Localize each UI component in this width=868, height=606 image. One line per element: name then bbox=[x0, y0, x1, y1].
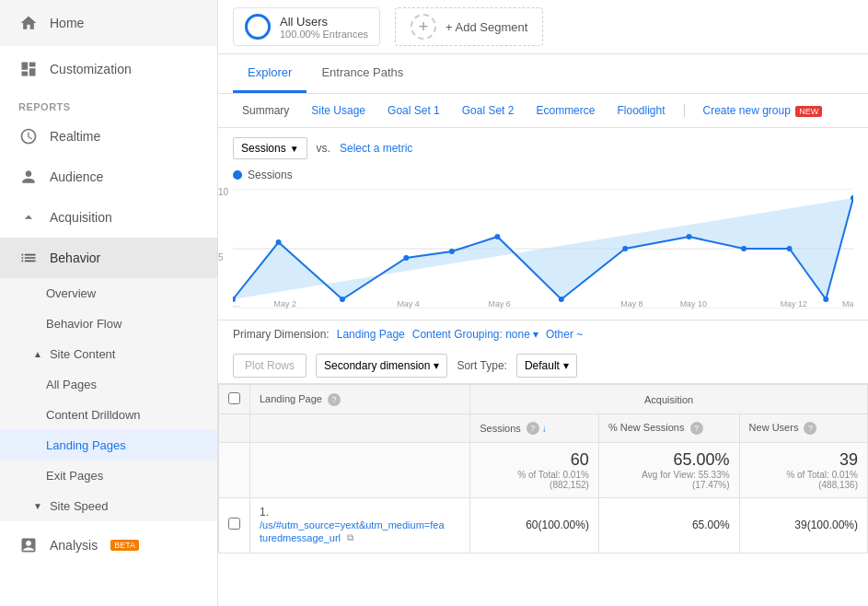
subtab-site-usage[interactable]: Site Usage bbox=[302, 99, 375, 122]
row-number: 1. bbox=[260, 506, 269, 519]
chart-legend: Sessions bbox=[218, 169, 868, 185]
sidebar-item-analysis[interactable]: Analysis BETA bbox=[0, 525, 217, 565]
secondary-dimension-dropdown[interactable]: Secondary dimension ▾ bbox=[316, 354, 447, 378]
svg-point-10 bbox=[559, 297, 564, 302]
row-new-users-cell: 39(100.00%) bbox=[739, 498, 867, 554]
sessions-sort[interactable]: Sessions ? ↓ bbox=[480, 422, 547, 435]
svg-text:May 4: May 4 bbox=[397, 299, 419, 309]
sort-type-label: Sort Type: bbox=[457, 359, 506, 372]
svg-point-5 bbox=[276, 239, 282, 245]
copy-link-icon[interactable]: ⧉ bbox=[347, 532, 360, 545]
add-segment-button[interactable]: + + Add Segment bbox=[395, 7, 543, 46]
svg-point-12 bbox=[687, 234, 692, 239]
tab-explorer[interactable]: Explorer bbox=[233, 54, 307, 93]
sidebar-item-site-speed[interactable]: ▼ Site Speed bbox=[0, 491, 217, 521]
subtab-summary[interactable]: Summary bbox=[233, 99, 298, 122]
landing-page-help-icon[interactable]: ? bbox=[328, 393, 341, 406]
row-new-sessions-cell: 65.00% bbox=[598, 498, 739, 554]
segment-percent: 100.00% Entrances bbox=[280, 29, 368, 40]
toolbar: Plot Rows Secondary dimension ▾ Sort Typ… bbox=[218, 348, 868, 384]
row-checkbox-cell[interactable] bbox=[219, 498, 250, 554]
segment-name: All Users bbox=[280, 15, 368, 29]
sidebar-audience-label: Audience bbox=[50, 169, 103, 184]
sidebar-item-audience[interactable]: Audience bbox=[0, 157, 217, 197]
sidebar-analysis-label: Analysis bbox=[50, 538, 98, 553]
sidebar-realtime-label: Realtime bbox=[50, 129, 100, 144]
dropdown-arrow-icon: ▼ bbox=[290, 144, 299, 154]
landing-page-col-header bbox=[250, 414, 470, 443]
svg-text:May: May bbox=[842, 299, 853, 309]
sidebar-acquisition-label: Acquisition bbox=[50, 210, 112, 225]
sidebar-item-landing-pages[interactable]: Landing Pages bbox=[0, 430, 217, 460]
subtab-goal-set-2[interactable]: Goal Set 2 bbox=[453, 99, 524, 122]
svg-point-11 bbox=[622, 246, 628, 251]
table-row: 1. /us/#utm_source=yext&utm_medium=featu… bbox=[219, 498, 868, 554]
sidebar-item-content-drilldown[interactable]: Content Drilldown bbox=[0, 400, 217, 430]
checkbox-header bbox=[219, 385, 250, 414]
landing-page-dimension-link[interactable]: Landing Page bbox=[337, 328, 405, 341]
metric-selector: Sessions ▼ vs. Select a metric bbox=[218, 128, 868, 169]
total-sessions-cell: 60 % of Total: 0.01% (882,152) bbox=[470, 443, 599, 498]
home-icon bbox=[18, 13, 39, 33]
row-checkbox[interactable] bbox=[228, 518, 240, 530]
reports-label: REPORTS bbox=[0, 92, 217, 116]
svg-text:...: ... bbox=[233, 299, 239, 309]
new-sessions-col-header: % New Sessions ? bbox=[598, 414, 739, 443]
analysis-icon bbox=[18, 535, 39, 555]
subtab-ecommerce[interactable]: Ecommerce bbox=[527, 99, 604, 122]
content-grouping-arrow-icon: ▾ bbox=[533, 328, 538, 341]
svg-text:May 8: May 8 bbox=[620, 299, 642, 309]
metric-dropdown[interactable]: Sessions ▼ bbox=[233, 137, 307, 159]
plot-rows-button[interactable]: Plot Rows bbox=[233, 354, 307, 378]
svg-point-14 bbox=[787, 246, 793, 251]
landing-page-header: Landing Page ? bbox=[250, 385, 470, 414]
sidebar-customization-label: Customization bbox=[50, 62, 132, 76]
sidebar-item-customization[interactable]: Customization bbox=[0, 46, 217, 92]
svg-point-9 bbox=[494, 234, 500, 239]
chart-area: 10 5 bbox=[218, 185, 868, 320]
sidebar-item-acquisition[interactable]: Acquisition bbox=[0, 197, 217, 238]
sidebar-item-overview[interactable]: Overview bbox=[0, 278, 217, 309]
sidebar-item-behavior[interactable]: Behavior bbox=[0, 238, 217, 278]
subtab-goal-set-1[interactable]: Goal Set 1 bbox=[378, 99, 449, 122]
secondary-dim-arrow-icon: ▾ bbox=[434, 359, 439, 372]
acquisition-icon bbox=[18, 207, 39, 227]
segment-bar: All Users 100.00% Entrances + + Add Segm… bbox=[218, 0, 868, 54]
subtabs-bar: Summary Site Usage Goal Set 1 Goal Set 2… bbox=[218, 94, 868, 128]
subtab-floodlight[interactable]: Floodlight bbox=[608, 99, 674, 122]
select-all-checkbox[interactable] bbox=[228, 392, 240, 404]
new-users-help-icon[interactable]: ? bbox=[804, 422, 816, 435]
legend-label: Sessions bbox=[248, 169, 293, 181]
sidebar-item-site-content[interactable]: ▲ Site Content bbox=[0, 339, 217, 369]
sessions-help-icon[interactable]: ? bbox=[527, 422, 539, 435]
svg-point-13 bbox=[741, 246, 746, 251]
dimension-bar: Primary Dimension: Landing Page Content … bbox=[218, 320, 868, 348]
tab-entrance-paths[interactable]: Entrance Paths bbox=[307, 54, 418, 93]
sort-type-arrow-icon: ▾ bbox=[563, 359, 569, 372]
sidebar-item-home[interactable]: Home bbox=[0, 0, 217, 46]
sort-type-dropdown[interactable]: Default ▾ bbox=[516, 354, 577, 378]
acquisition-header: Acquisition bbox=[470, 385, 868, 414]
subtab-create-new-group[interactable]: Create new group NEW bbox=[694, 99, 832, 122]
total-new-sessions-cell: 65.00% Avg for View: 55.33% (17.47%) bbox=[598, 443, 739, 498]
svg-text:May 2: May 2 bbox=[274, 299, 296, 309]
select-metric-link[interactable]: Select a metric bbox=[340, 142, 412, 155]
sidebar-item-realtime[interactable]: Realtime bbox=[0, 116, 217, 157]
all-users-segment[interactable]: All Users 100.00% Entrances bbox=[233, 7, 380, 46]
add-segment-icon: + bbox=[411, 14, 436, 40]
svg-text:May 12: May 12 bbox=[781, 299, 807, 309]
table-total-row: 60 % of Total: 0.01% (882,152) 65.00% Av… bbox=[219, 443, 868, 498]
svg-point-6 bbox=[340, 297, 345, 302]
main-content: All Users 100.00% Entrances + + Add Segm… bbox=[218, 0, 868, 606]
other-dropdown[interactable]: Other ~ bbox=[546, 328, 583, 341]
row-sessions-cell: 60(100.00%) bbox=[470, 498, 599, 554]
svg-text:May 6: May 6 bbox=[489, 299, 511, 309]
total-new-users-cell: 39 % of Total: 0.01% (488,136) bbox=[739, 443, 867, 498]
sidebar-item-behavior-flow[interactable]: Behavior Flow bbox=[0, 309, 217, 339]
content-grouping-dropdown[interactable]: Content Grouping: none ▾ bbox=[412, 328, 538, 341]
sidebar-item-exit-pages[interactable]: Exit Pages bbox=[0, 460, 217, 491]
sidebar-item-all-pages[interactable]: All Pages bbox=[0, 369, 217, 400]
new-sessions-help-icon[interactable]: ? bbox=[690, 422, 703, 435]
behavior-icon bbox=[18, 248, 39, 268]
svg-text:May 10: May 10 bbox=[680, 299, 707, 309]
